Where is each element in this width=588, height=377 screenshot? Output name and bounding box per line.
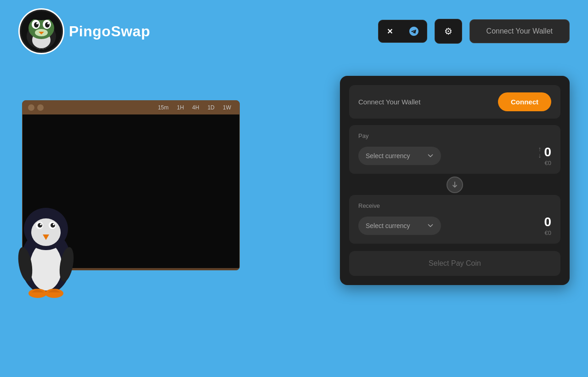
pay-euro-amount: €0 [534, 160, 551, 166]
chevron-down-icon-receive [427, 223, 434, 229]
svg-point-27 [45, 289, 63, 298]
x-social-button[interactable]: ✕ [379, 20, 401, 42]
receive-amount-value: 0 [544, 215, 551, 229]
header-right: ✕ ⚙ Connect Your Wallet [378, 19, 570, 44]
header: PingoSwap ✕ ⚙ Connect Your Wallet [0, 0, 588, 63]
chart-timeframes: 15m 1H 4H 1D 1W [155, 103, 234, 112]
svg-rect-13 [36, 12, 46, 18]
swap-panel: Connect Your Wallet Connect Pay Select c… [340, 76, 570, 285]
pay-label: Pay [358, 132, 551, 139]
receive-currency-select[interactable]: Select currency [358, 217, 441, 235]
svg-point-9 [36, 23, 38, 24]
chart-body [23, 114, 239, 268]
receive-euro-amount: €0 [544, 229, 551, 236]
pay-amount-value: 0 [544, 145, 551, 160]
updown-icon: ↑↓ [538, 146, 541, 159]
swap-arrow-row [349, 176, 560, 194]
chevron-down-icon [427, 153, 434, 159]
arrow-down-icon [451, 181, 458, 188]
timeframe-4h[interactable]: 4H [189, 103, 202, 112]
timeframe-15m[interactable]: 15m [155, 103, 171, 112]
logo-area: PingoSwap [18, 8, 150, 54]
x-icon: ✕ [387, 27, 393, 36]
connect-wallet-row: Connect Your Wallet Connect [349, 85, 560, 119]
social-buttons: ✕ [378, 20, 427, 43]
svg-point-26 [28, 289, 47, 298]
swap-direction-button[interactable] [447, 177, 463, 193]
chart-dots [28, 104, 44, 111]
receive-section: Receive Select currency 0 €0 [349, 195, 560, 244]
timeframe-1w[interactable]: 1W [220, 103, 234, 112]
pay-amount-area: ↑↓ 0 €0 [534, 145, 551, 166]
connect-wallet-label: Connect Your Wallet [358, 98, 420, 106]
receive-currency-placeholder: Select currency [366, 222, 410, 229]
timeframe-1d[interactable]: 1D [205, 103, 217, 112]
pay-section: Pay Select currency ↑↓ 0 €0 [349, 125, 560, 174]
chart-dot-1 [28, 104, 34, 111]
receive-amount-area: 0 €0 [544, 215, 551, 236]
logo-text: PingoSwap [69, 23, 150, 40]
telegram-icon [409, 27, 418, 36]
select-pay-coin-button[interactable]: Select Pay Coin [349, 251, 560, 276]
settings-button[interactable]: ⚙ [435, 19, 462, 44]
receive-currency-row: Select currency 0 €0 [358, 215, 551, 236]
receive-label: Receive [358, 202, 551, 209]
chart-header: 15m 1H 4H 1D 1W [23, 101, 239, 114]
chart-dot-2 [37, 104, 44, 111]
pay-currency-row: Select currency ↑↓ 0 €0 [358, 145, 551, 166]
connect-button[interactable]: Connect [498, 92, 551, 111]
telegram-button[interactable] [401, 20, 427, 42]
chart-panel: 15m 1H 4H 1D 1W [22, 100, 240, 270]
svg-point-10 [47, 23, 49, 24]
pay-currency-placeholder: Select currency [366, 152, 410, 160]
gear-icon: ⚙ [444, 26, 452, 37]
logo-icon [18, 8, 64, 54]
pay-currency-select[interactable]: Select currency [358, 147, 441, 165]
connect-wallet-header-button[interactable]: Connect Your Wallet [469, 19, 570, 43]
timeframe-1h[interactable]: 1H [174, 103, 187, 112]
